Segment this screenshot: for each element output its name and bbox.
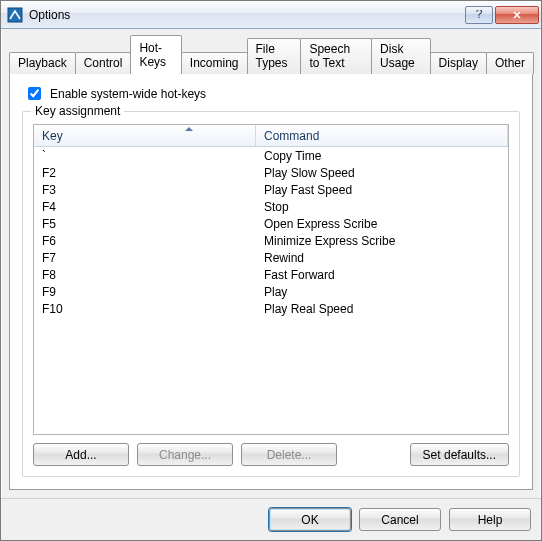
tab-label: Speech to Text [309,42,350,70]
tab-label: File Types [256,42,288,70]
help-footer-button[interactable]: Help [449,508,531,531]
tab-hot-keys[interactable]: Hot-Keys [130,35,181,74]
dialog-footer: OK Cancel Help [1,498,541,540]
cell-command: Rewind [256,251,508,265]
tab-incoming[interactable]: Incoming [181,52,248,74]
enable-hotkeys-label: Enable system-wide hot-keys [50,87,206,101]
ok-button[interactable]: OK [269,508,351,531]
group-legend: Key assignment [31,104,124,118]
app-icon [7,7,23,23]
cell-command: Play Slow Speed [256,166,508,180]
titlebar: Options ? [1,1,541,29]
button-label: Change... [159,448,211,462]
cell-command: Play Real Speed [256,302,508,316]
tab-file-types[interactable]: File Types [247,38,302,74]
change-button[interactable]: Change... [137,443,233,466]
client-area: Playback Control Hot-Keys Incoming File … [1,29,541,498]
svg-text:?: ? [476,10,483,20]
tab-control[interactable]: Control [75,52,132,74]
delete-button[interactable]: Delete... [241,443,337,466]
tab-speech-to-text[interactable]: Speech to Text [300,38,372,74]
tab-label: Other [495,56,525,70]
cell-command: Stop [256,200,508,214]
window-buttons: ? [465,6,539,24]
cell-command: Fast Forward [256,268,508,282]
tab-display[interactable]: Display [430,52,487,74]
tab-page-hot-keys: Enable system-wide hot-keys Key assignme… [9,73,533,490]
cell-command: Minimize Express Scribe [256,234,508,248]
tab-label: Hot-Keys [139,41,166,69]
cell-key: F6 [34,234,256,248]
listview-header: Key Command [34,125,508,147]
tab-label: Control [84,56,123,70]
table-row[interactable]: F8Fast Forward [34,266,508,283]
button-label: Cancel [381,513,418,527]
column-label: Command [264,129,319,143]
cell-key: F7 [34,251,256,265]
cell-key: F9 [34,285,256,299]
tab-label: Playback [18,56,67,70]
tab-other[interactable]: Other [486,52,534,74]
cell-key: F5 [34,217,256,231]
table-row[interactable]: `Copy Time [34,147,508,164]
key-assignment-group: Key assignment Key Command `Copy TimeF2P… [22,111,520,477]
button-label: Help [478,513,503,527]
cancel-button[interactable]: Cancel [359,508,441,531]
table-row[interactable]: F10Play Real Speed [34,300,508,317]
tab-playback[interactable]: Playback [9,52,76,74]
column-header-command[interactable]: Command [256,125,508,146]
cell-key: ` [34,149,256,163]
enable-hotkeys-row[interactable]: Enable system-wide hot-keys [24,84,520,103]
cell-key: F3 [34,183,256,197]
spacer [345,443,402,466]
cell-key: F8 [34,268,256,282]
table-row[interactable]: F4Stop [34,198,508,215]
cell-command: Play [256,285,508,299]
listview-body: `Copy TimeF2Play Slow SpeedF3Play Fast S… [34,147,508,434]
cell-key: F4 [34,200,256,214]
tab-disk-usage[interactable]: Disk Usage [371,38,431,74]
table-row[interactable]: F5Open Express Scribe [34,215,508,232]
cell-command: Copy Time [256,149,508,163]
close-button[interactable] [495,6,539,24]
group-button-row: Add... Change... Delete... Set defaults.… [33,443,509,466]
column-label: Key [42,129,63,143]
cell-command: Open Express Scribe [256,217,508,231]
cell-key: F2 [34,166,256,180]
add-button[interactable]: Add... [33,443,129,466]
tab-label: Display [439,56,478,70]
table-row[interactable]: F6Minimize Express Scribe [34,232,508,249]
table-row[interactable]: F3Play Fast Speed [34,181,508,198]
tab-label: Disk Usage [380,42,415,70]
table-row[interactable]: F9Play [34,283,508,300]
button-label: Add... [65,448,96,462]
tab-strip: Playback Control Hot-Keys Incoming File … [9,35,533,74]
tab-label: Incoming [190,56,239,70]
cell-command: Play Fast Speed [256,183,508,197]
button-label: Delete... [267,448,312,462]
button-label: Set defaults... [423,448,496,462]
hotkey-listview[interactable]: Key Command `Copy TimeF2Play Slow SpeedF… [33,124,509,435]
options-dialog: Options ? Playback Control Hot-Keys Inco… [0,0,542,541]
button-label: OK [301,513,318,527]
table-row[interactable]: F7Rewind [34,249,508,266]
table-row[interactable]: F2Play Slow Speed [34,164,508,181]
set-defaults-button[interactable]: Set defaults... [410,443,509,466]
cell-key: F10 [34,302,256,316]
help-button[interactable]: ? [465,6,493,24]
column-header-key[interactable]: Key [34,125,256,146]
enable-hotkeys-checkbox[interactable] [28,87,41,100]
window-title: Options [29,8,465,22]
